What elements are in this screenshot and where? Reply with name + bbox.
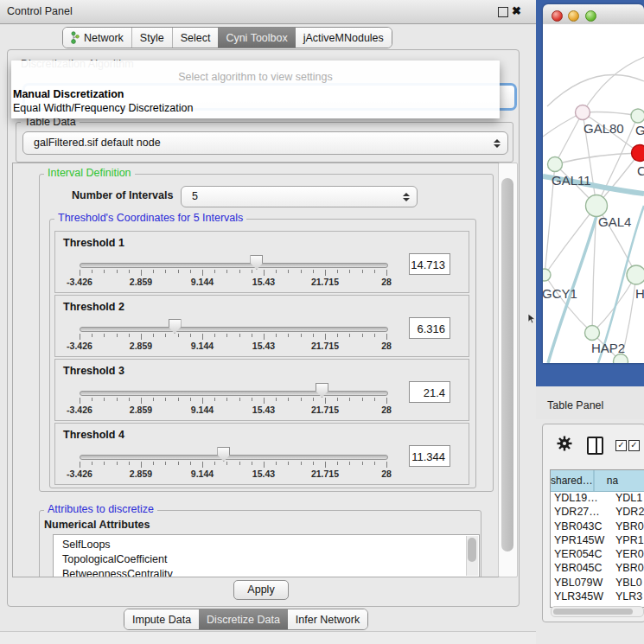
control-panel-titlebar	[0, 0, 536, 24]
algorithm-option-manual[interactable]: Manual Discretization	[13, 88, 124, 100]
column-header-name[interactable]: na	[595, 470, 644, 491]
threshold-value[interactable]: 21.4	[409, 381, 450, 403]
slider-tick	[349, 270, 350, 273]
slider-tick	[117, 270, 118, 273]
algorithm-option-equal-width[interactable]: Equal Width/Frequency Discretization	[13, 102, 193, 114]
table-panel-title: Table Panel	[547, 399, 603, 411]
slider-tick	[190, 334, 191, 337]
cell-shared-name: YBR043C	[551, 520, 610, 534]
checkbox-icon-2[interactable]: ✓	[628, 440, 640, 451]
attribute-item[interactable]: TopologicalCoefficient	[54, 552, 479, 567]
table-row[interactable]: YLR345WYLR3	[551, 590, 644, 604]
slider-ticks	[80, 398, 386, 405]
slider-tick	[104, 398, 105, 401]
node-gal4[interactable]	[586, 195, 608, 217]
slider-tick	[301, 270, 302, 273]
number-of-intervals-spinner[interactable]: 5	[181, 186, 418, 207]
slider-tick	[252, 462, 252, 465]
node-gcy1[interactable]	[543, 269, 551, 281]
table-row[interactable]: YPR145WYPR1	[551, 534, 644, 548]
node-selected-red[interactable]	[632, 145, 644, 162]
slider-tick	[349, 462, 350, 465]
slider-tick-label: 2.859	[130, 469, 152, 479]
network-icon	[71, 31, 80, 44]
table-row[interactable]: YER054CYER0	[551, 548, 644, 562]
minimize-traffic-light[interactable]	[568, 10, 579, 22]
cell-name: YPR1	[610, 534, 644, 548]
tab-jactivemnodules[interactable]: jActiveMNodules	[296, 28, 392, 48]
tab-network[interactable]: Network	[63, 28, 131, 48]
table-row[interactable]: YBR045CYBR0	[551, 562, 644, 576]
label-gal4: GAL4	[598, 214, 631, 229]
column-header-shared-name[interactable]: shared…	[551, 470, 595, 491]
table-data-dropdown[interactable]: galFiltered.sif default node	[22, 131, 508, 155]
tab-select[interactable]: Select	[172, 28, 219, 48]
node-gal80[interactable]	[576, 105, 590, 120]
slider-track[interactable]	[80, 455, 388, 460]
cell-name: YBR0	[610, 520, 644, 534]
table-scroll-thumb[interactable]	[553, 609, 633, 615]
threshold-value[interactable]: 11.344	[409, 445, 450, 467]
gear-icon[interactable]	[557, 436, 572, 451]
close-traffic-light[interactable]	[552, 10, 563, 22]
slider-tick	[190, 270, 191, 273]
threshold-panel: Threshold 4-3.4262.8599.14415.4321.71528…	[54, 423, 469, 485]
tab-style[interactable]: Style	[131, 28, 172, 48]
network-canvas[interactable]: GAL80 G GAL11 C GAL4 GCY1 H HAP2	[543, 24, 644, 363]
threshold-value[interactable]: 14.713	[409, 253, 450, 275]
tab-impute-data[interactable]: Impute Data	[124, 609, 199, 629]
slider-tick	[276, 334, 277, 337]
slider-track[interactable]	[80, 327, 388, 332]
threshold-panel: Threshold 1-3.4262.8599.14415.4321.71528…	[54, 231, 469, 293]
attribute-item[interactable]: BetweennessCentrality	[54, 567, 479, 577]
node-hap2[interactable]	[585, 326, 600, 341]
tab-discretize-data[interactable]: Discretize Data	[199, 609, 288, 629]
interval-definition-group-label: Interval Definition	[44, 167, 135, 179]
slider-track[interactable]	[80, 263, 388, 268]
slider-tick-label: 21.715	[311, 469, 339, 479]
attributes-list-scrollbar[interactable]	[466, 536, 478, 576]
slider-tick-label: 9.144	[191, 277, 214, 287]
slider-track[interactable]	[80, 391, 388, 396]
apply-button[interactable]: Apply	[233, 580, 289, 600]
node-partial-right-top[interactable]	[631, 109, 644, 123]
node-partial-bottom[interactable]	[614, 354, 628, 364]
threshold-value[interactable]: 6.316	[409, 317, 450, 339]
slider-tick	[288, 270, 289, 273]
zoom-traffic-light[interactable]	[585, 10, 596, 22]
bottom-tabbar: Impute Data Discretize Data Infer Networ…	[124, 609, 368, 630]
float-window-icon[interactable]	[498, 7, 508, 17]
tab-network-label: Network	[84, 32, 124, 44]
numerical-attributes-list[interactable]: SelfLoopsTopologicalCoefficientBetweenne…	[53, 534, 480, 577]
slider-tick	[214, 334, 215, 337]
columns-icon[interactable]	[587, 437, 603, 455]
table-row[interactable]: YDL19…YDL1	[551, 492, 644, 506]
slider-tick	[337, 334, 338, 337]
slider-tick	[301, 398, 302, 401]
panel-vertical-scrollbar[interactable]	[498, 163, 518, 577]
slider-tick	[129, 334, 130, 337]
slider-tick	[214, 398, 215, 401]
cell-shared-name: YPR145W	[551, 534, 610, 548]
table-row[interactable]: YDR27…YDR2	[551, 506, 644, 520]
slider-ticks	[80, 270, 386, 277]
slider-tick	[104, 334, 105, 337]
attribute-item[interactable]: SelfLoops	[54, 538, 479, 552]
tab-cyni-toolbox[interactable]: Cyni Toolbox	[218, 28, 295, 48]
table-row[interactable]: YBL079WYBL0	[551, 577, 644, 590]
tab-discretize-data-label: Discretize Data	[207, 614, 280, 626]
attributes-scroll-thumb[interactable]	[468, 538, 476, 562]
panel-scroll-thumb[interactable]	[501, 178, 513, 552]
tab-infer-network[interactable]: Infer Network	[288, 609, 367, 629]
close-icon[interactable]: ✖	[512, 4, 521, 17]
slider-tick-label: -3.426	[67, 469, 92, 479]
table-row[interactable]: YBR043CYBR0	[551, 520, 644, 534]
slider-tick	[325, 462, 326, 468]
table-horizontal-scrollbar[interactable]	[551, 606, 644, 617]
node-h[interactable]	[627, 265, 644, 284]
slider-tick	[202, 462, 203, 468]
cell-name: YLR3	[610, 590, 644, 604]
checkbox-icon-1[interactable]: ✓	[615, 440, 627, 451]
spinner-arrows-icon	[403, 193, 409, 201]
node-gal11[interactable]	[548, 157, 563, 172]
